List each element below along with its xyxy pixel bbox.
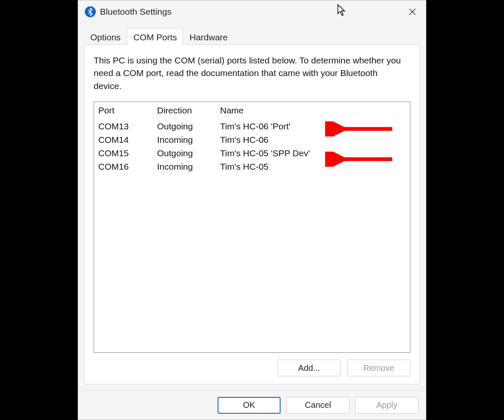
close-button[interactable] bbox=[402, 3, 423, 20]
list-rows: COM13 Outgoing Tim's HC-06 'Port' COM14 … bbox=[94, 120, 410, 173]
tab-options[interactable]: Options bbox=[84, 29, 127, 45]
tab-com-ports[interactable]: COM Ports bbox=[127, 29, 183, 45]
table-row[interactable]: COM16 Incoming Tim's HC-05 bbox=[98, 160, 406, 173]
panel-description: This PC is using the COM (serial) ports … bbox=[94, 54, 404, 92]
column-header-name[interactable]: Name bbox=[220, 105, 406, 116]
cell-name: Tim's HC-06 'Port' bbox=[220, 121, 406, 131]
cursor-icon bbox=[336, 4, 346, 18]
cell-port: COM13 bbox=[98, 121, 157, 131]
cancel-button[interactable]: Cancel bbox=[286, 397, 349, 414]
titlebar: Bluetooth Settings bbox=[78, 0, 426, 23]
list-header: Port Direction Name bbox=[94, 102, 410, 120]
tab-hardware[interactable]: Hardware bbox=[183, 29, 234, 45]
dialog-button-row: OK Cancel Apply bbox=[78, 390, 426, 420]
table-row[interactable]: COM13 Outgoing Tim's HC-06 'Port' bbox=[98, 120, 406, 133]
table-row[interactable]: COM15 Outgoing Tim's HC-05 'SPP Dev' bbox=[98, 147, 406, 160]
add-button[interactable]: Add... bbox=[278, 360, 341, 376]
bluetooth-settings-window: Bluetooth Settings Options COM Ports Har… bbox=[78, 0, 426, 420]
cell-name: Tim's HC-05 bbox=[220, 162, 406, 172]
client-area: Options COM Ports Hardware This PC is us… bbox=[78, 23, 426, 390]
cell-name: Tim's HC-05 'SPP Dev' bbox=[220, 148, 406, 158]
window-title: Bluetooth Settings bbox=[100, 7, 171, 17]
apply-button[interactable]: Apply bbox=[355, 397, 418, 414]
table-row[interactable]: COM14 Incoming Tim's HC-06 bbox=[98, 133, 406, 147]
column-header-direction[interactable]: Direction bbox=[157, 105, 220, 116]
cell-name: Tim's HC-06 bbox=[220, 135, 406, 145]
cell-direction: Incoming bbox=[157, 135, 220, 145]
cell-direction: Outgoing bbox=[157, 121, 220, 131]
remove-button[interactable]: Remove bbox=[347, 360, 410, 376]
ok-button[interactable]: OK bbox=[218, 397, 281, 414]
cell-direction: Outgoing bbox=[157, 148, 220, 158]
com-ports-list[interactable]: Port Direction Name COM13 Outgoing Tim's… bbox=[94, 102, 410, 353]
bluetooth-icon bbox=[85, 6, 96, 17]
cell-port: COM14 bbox=[98, 135, 157, 145]
com-ports-panel: This PC is using the COM (serial) ports … bbox=[84, 45, 420, 384]
tab-strip: Options COM Ports Hardware bbox=[84, 28, 420, 45]
panel-button-row: Add... Remove bbox=[94, 360, 410, 376]
cell-port: COM16 bbox=[98, 162, 157, 172]
cell-port: COM15 bbox=[98, 148, 157, 158]
cell-direction: Incoming bbox=[157, 162, 220, 172]
column-header-port[interactable]: Port bbox=[98, 105, 157, 116]
